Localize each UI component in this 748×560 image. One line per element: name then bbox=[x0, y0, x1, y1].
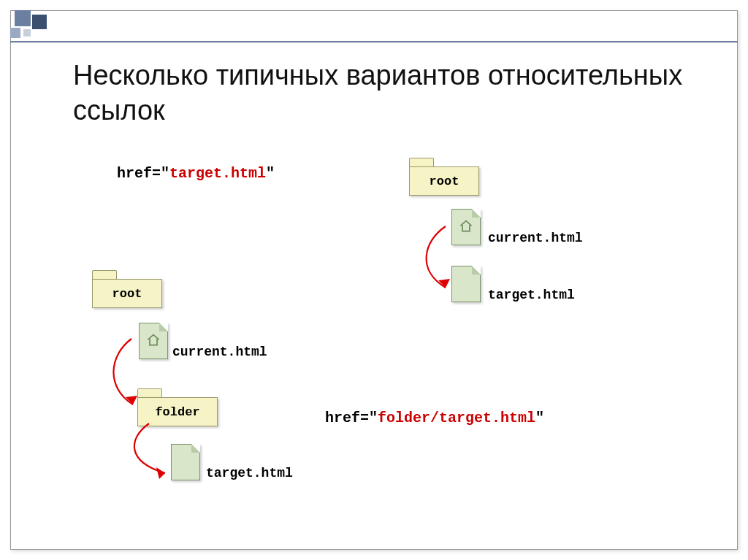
decorative-squares bbox=[10, 10, 54, 41]
file-label: current.html bbox=[172, 345, 267, 359]
code-href-suffix: " bbox=[266, 165, 275, 182]
code-target-value: target.html bbox=[169, 165, 266, 182]
folder-icon: folder bbox=[137, 388, 218, 426]
decorative-bar bbox=[10, 41, 738, 42]
folder-label: folder bbox=[155, 405, 199, 419]
code-href-suffix: " bbox=[535, 410, 544, 426]
file-label: target.html bbox=[206, 466, 293, 480]
code-href-prefix: href=" bbox=[325, 410, 378, 426]
home-icon bbox=[146, 333, 161, 348]
folder-label: root bbox=[430, 174, 459, 188]
folder-icon: root bbox=[92, 270, 162, 308]
folder-icon: root bbox=[409, 158, 479, 196]
code-href-prefix: href=" bbox=[117, 165, 169, 182]
file-label: current.html bbox=[488, 231, 583, 245]
file-icon bbox=[139, 323, 168, 359]
code-example-2: href="folder/target.html" bbox=[325, 410, 544, 426]
file-icon bbox=[451, 209, 481, 245]
file-label: target.html bbox=[488, 288, 575, 302]
file-icon bbox=[171, 444, 200, 480]
folder-label: root bbox=[112, 287, 142, 301]
code-example-1: href="target.html" bbox=[117, 165, 275, 182]
code-target-value: folder/target.html bbox=[378, 410, 535, 426]
home-icon bbox=[459, 219, 473, 234]
slide-title: Несколько типичных вариантов относительн… bbox=[73, 58, 704, 128]
file-icon bbox=[451, 266, 481, 302]
